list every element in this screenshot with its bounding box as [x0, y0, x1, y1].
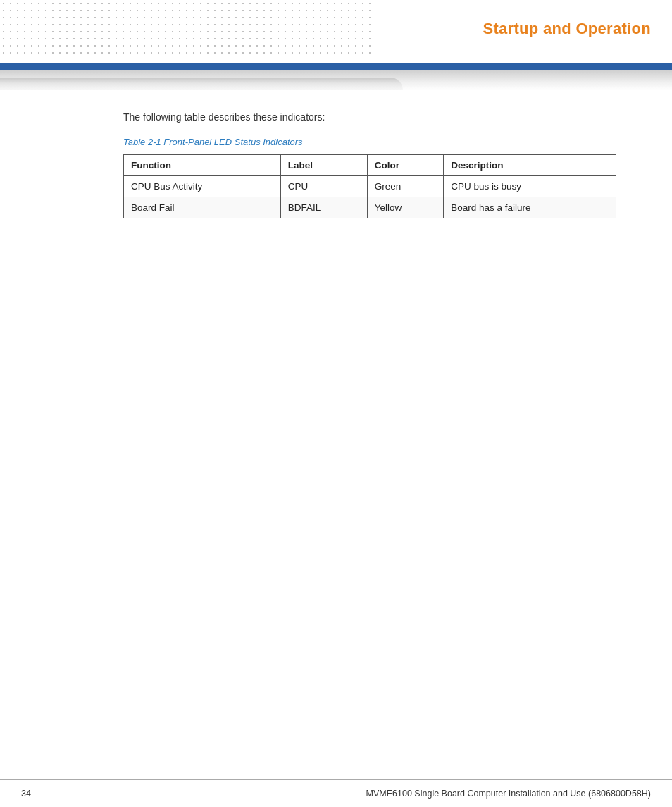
- table-cell: CPU bus is busy: [444, 176, 616, 197]
- gray-wave-decoration: [0, 70, 672, 90]
- col-header-color: Color: [367, 155, 443, 176]
- table-row: Board FailBDFAILYellowBoard has a failur…: [124, 197, 616, 218]
- page-footer: 34 MVME6100 Single Board Computer Instal…: [0, 779, 672, 807]
- page-title: Startup and Operation: [483, 20, 651, 38]
- header: Startup and Operation: [0, 0, 672, 63]
- main-content: The following table describes these indi…: [0, 90, 672, 261]
- col-header-function: Function: [124, 155, 281, 176]
- col-header-label: Label: [280, 155, 367, 176]
- table-cell: Board Fail: [124, 197, 281, 218]
- table-cell: Green: [367, 176, 443, 197]
- table-cell: BDFAIL: [280, 197, 367, 218]
- footer-doc-title: MVME6100 Single Board Computer Installat…: [366, 789, 651, 799]
- table-cell: Yellow: [367, 197, 443, 218]
- table-header-row: Function Label Color Description: [124, 155, 616, 176]
- blue-bar-decoration: [0, 63, 672, 70]
- led-status-table: Function Label Color Description CPU Bus…: [123, 154, 616, 218]
- table-cell: CPU: [280, 176, 367, 197]
- header-title-block: Startup and Operation: [376, 0, 672, 58]
- col-header-description: Description: [444, 155, 616, 176]
- table-caption: Table 2-1 Front-Panel LED Status Indicat…: [123, 137, 630, 147]
- table-cell: CPU Bus Activity: [124, 176, 281, 197]
- table-row: CPU Bus ActivityCPUGreenCPU bus is busy: [124, 176, 616, 197]
- intro-paragraph: The following table describes these indi…: [123, 111, 630, 123]
- footer-page-number: 34: [21, 789, 31, 799]
- table-cell: Board has a failure: [444, 197, 616, 218]
